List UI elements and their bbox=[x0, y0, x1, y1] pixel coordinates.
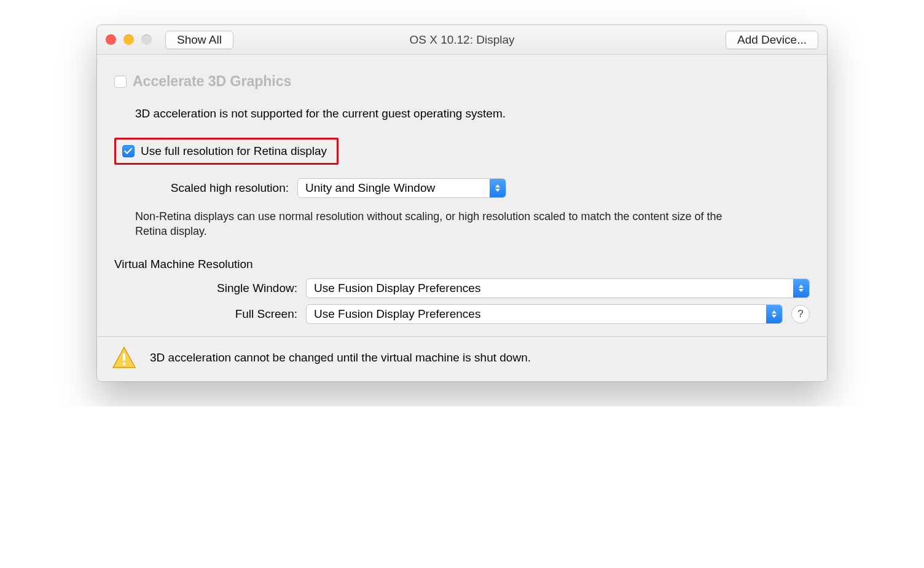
accelerate-3d-row: Accelerate 3D Graphics bbox=[114, 73, 810, 90]
accelerate-3d-label: Accelerate 3D Graphics bbox=[133, 73, 291, 90]
help-button[interactable]: ? bbox=[791, 305, 810, 323]
single-window-select[interactable]: Use Fusion Display Preferences bbox=[306, 278, 810, 298]
chevron-up-down-icon bbox=[490, 179, 506, 197]
minimize-icon[interactable] bbox=[123, 34, 134, 45]
scaled-resolution-value: Unity and Single Window bbox=[298, 179, 490, 197]
accelerate-3d-checkbox bbox=[114, 76, 127, 88]
full-screen-value: Use Fusion Display Preferences bbox=[307, 305, 766, 323]
close-icon[interactable] bbox=[106, 34, 116, 45]
accelerate-3d-description: 3D acceleration is not supported for the… bbox=[135, 107, 810, 120]
scaled-resolution-label: Scaled high resolution: bbox=[135, 181, 289, 195]
svg-point-2 bbox=[123, 362, 126, 365]
zoom-icon bbox=[141, 34, 152, 45]
add-device-button[interactable]: Add Device... bbox=[726, 31, 818, 49]
show-all-button[interactable]: Show All bbox=[165, 31, 233, 49]
content-area: Accelerate 3D Graphics 3D acceleration i… bbox=[97, 55, 827, 336]
warning-icon bbox=[112, 345, 136, 370]
svg-rect-1 bbox=[123, 353, 125, 361]
retina-checkbox[interactable] bbox=[122, 145, 135, 157]
retina-highlight: Use full resolution for Retina display bbox=[114, 138, 339, 165]
single-window-row: Single Window: Use Fusion Display Prefer… bbox=[114, 278, 810, 298]
full-screen-row: Full Screen: Use Fusion Display Preferen… bbox=[114, 304, 810, 324]
footer-warning-text: 3D acceleration cannot be changed until … bbox=[150, 351, 531, 365]
scaled-resolution-row: Scaled high resolution: Unity and Single… bbox=[135, 178, 810, 198]
scaled-resolution-note: Non-Retina displays can use normal resol… bbox=[135, 209, 750, 239]
vm-resolution-heading: Virtual Machine Resolution bbox=[114, 258, 810, 271]
display-settings-window: Show All OS X 10.12: Display Add Device.… bbox=[96, 25, 828, 382]
full-screen-select[interactable]: Use Fusion Display Preferences bbox=[306, 304, 783, 324]
single-window-value: Use Fusion Display Preferences bbox=[307, 279, 793, 298]
traffic-lights bbox=[106, 34, 152, 45]
full-screen-label: Full Screen: bbox=[114, 307, 297, 321]
chevron-up-down-icon bbox=[793, 279, 809, 298]
chevron-up-down-icon bbox=[766, 305, 782, 323]
scaled-resolution-select[interactable]: Unity and Single Window bbox=[297, 178, 506, 198]
retina-label: Use full resolution for Retina display bbox=[141, 144, 327, 158]
single-window-label: Single Window: bbox=[114, 282, 297, 295]
footer: 3D acceleration cannot be changed until … bbox=[97, 336, 827, 381]
titlebar: Show All OS X 10.12: Display Add Device.… bbox=[97, 25, 827, 55]
